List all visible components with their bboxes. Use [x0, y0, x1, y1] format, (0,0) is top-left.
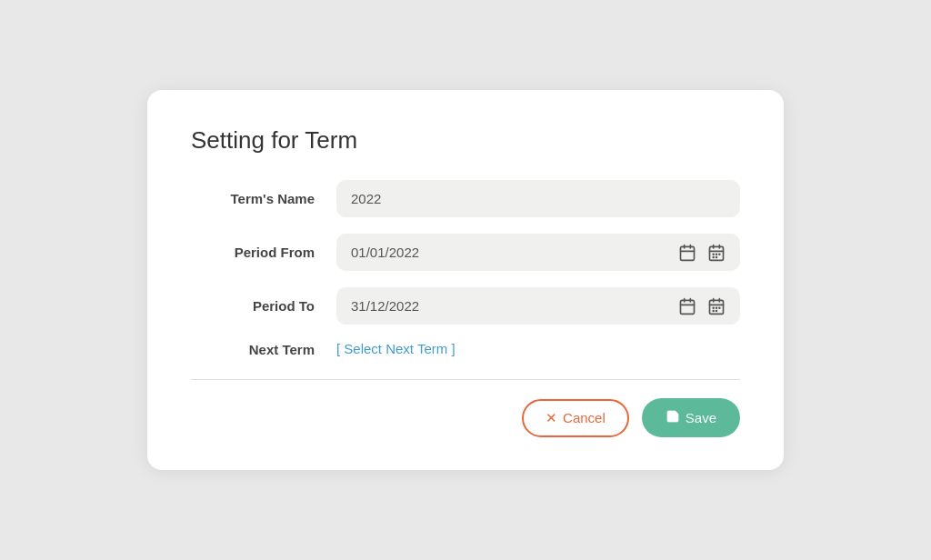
- cancel-label: Cancel: [563, 410, 606, 425]
- save-label: Save: [686, 410, 716, 425]
- setting-for-term-modal: Setting for Term Term's Name Period From: [147, 90, 784, 470]
- term-name-label: Term's Name: [191, 191, 336, 206]
- period-to-input-wrap: [336, 287, 740, 325]
- next-term-input-wrap: [ Select Next Term ]: [336, 341, 740, 357]
- svg-rect-0: [681, 246, 695, 260]
- period-from-row: Period From: [191, 234, 740, 271]
- period-to-field: [336, 287, 740, 325]
- term-name-row: Term's Name: [191, 180, 740, 217]
- period-from-input[interactable]: [336, 234, 675, 271]
- next-term-row: Next Term [ Select Next Term ]: [191, 341, 740, 357]
- period-to-row: Period To: [191, 287, 740, 325]
- period-to-grid-calendar-icon[interactable]: [704, 294, 729, 319]
- select-next-term-link[interactable]: [ Select Next Term ]: [336, 341, 455, 356]
- cancel-x-icon: ✕: [546, 410, 557, 426]
- period-from-label: Period From: [191, 245, 336, 260]
- period-to-label: Period To: [191, 298, 336, 314]
- save-floppy-icon: [666, 409, 680, 426]
- svg-rect-13: [681, 300, 695, 314]
- modal-title: Setting for Term: [191, 126, 740, 155]
- term-name-input-wrap: [336, 180, 740, 217]
- period-from-grid-calendar-icon[interactable]: [704, 240, 729, 265]
- period-to-input[interactable]: [336, 287, 675, 325]
- period-from-calendar-icon[interactable]: [675, 240, 700, 265]
- footer-buttons: ✕ Cancel Save: [191, 398, 740, 437]
- period-from-input-wrap: [336, 234, 740, 271]
- cancel-button[interactable]: ✕ Cancel: [522, 399, 629, 437]
- next-term-label: Next Term: [191, 342, 336, 357]
- period-to-calendar-icon[interactable]: [675, 294, 700, 319]
- period-from-field: [336, 234, 740, 271]
- term-name-input[interactable]: [336, 180, 740, 217]
- save-button[interactable]: Save: [642, 398, 740, 437]
- footer-divider: [191, 379, 740, 380]
